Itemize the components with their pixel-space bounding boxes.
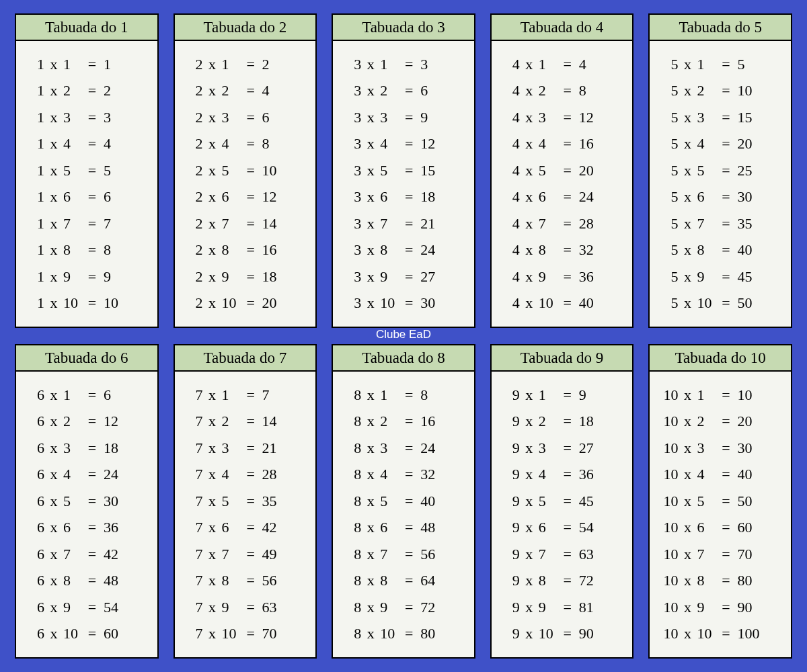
equals-symbol: =: [83, 573, 101, 588]
factor-b: 5: [63, 494, 83, 509]
equals-symbol: =: [717, 57, 734, 72]
factor-a: 10: [659, 388, 678, 403]
factor-a: 5: [659, 136, 678, 151]
equals-symbol: =: [717, 83, 734, 98]
table-body: 2x1=22x2=42x3=62x4=82x5=102x6=122x7=142x…: [175, 41, 316, 327]
table-row: 8x7=56: [333, 547, 474, 562]
times-symbol: x: [203, 136, 222, 151]
result: 28: [576, 216, 623, 231]
factor-b: 9: [222, 269, 242, 284]
times-symbol: x: [44, 520, 63, 535]
result: 10: [101, 296, 148, 310]
factor-b: 5: [222, 494, 242, 509]
result: 15: [418, 163, 465, 178]
factor-a: 8: [342, 494, 361, 509]
factor-a: 7: [184, 388, 203, 403]
equals-symbol: =: [400, 547, 418, 562]
result: 54: [101, 600, 148, 615]
times-symbol: x: [203, 494, 222, 509]
table-row: 6x7=42: [16, 547, 157, 562]
factor-b: 10: [380, 296, 400, 310]
equals-symbol: =: [717, 520, 734, 535]
factor-a: 10: [659, 547, 678, 562]
factor-b: 7: [63, 547, 83, 562]
times-symbol: x: [203, 600, 222, 615]
times-symbol: x: [520, 600, 539, 615]
factor-a: 3: [342, 163, 361, 178]
result: 48: [101, 573, 148, 588]
times-symbol: x: [678, 190, 697, 204]
factor-b: 9: [63, 600, 83, 615]
factor-b: 4: [222, 136, 242, 151]
equals-symbol: =: [83, 494, 101, 509]
equals-symbol: =: [400, 573, 418, 588]
times-symbol: x: [361, 57, 380, 72]
table-row: 7x9=63: [175, 600, 316, 615]
factor-a: 10: [659, 626, 678, 641]
factor-b: 7: [697, 547, 717, 562]
factor-a: 3: [342, 243, 361, 257]
equals-symbol: =: [717, 494, 734, 509]
factor-a: 3: [342, 296, 361, 310]
table-row: 5x1=5: [650, 57, 791, 72]
result: 3: [418, 57, 465, 72]
equals-symbol: =: [559, 388, 576, 403]
table-title: Tabuada do 2: [175, 15, 316, 41]
result: 4: [101, 136, 148, 151]
factor-a: 4: [501, 136, 520, 151]
factor-a: 10: [659, 441, 678, 456]
equals-symbol: =: [559, 626, 576, 641]
factor-a: 4: [501, 57, 520, 72]
equals-symbol: =: [400, 269, 418, 284]
table-row: 4x6=24: [492, 190, 633, 204]
times-symbol: x: [678, 163, 697, 178]
times-symbol: x: [361, 467, 380, 482]
table-card-1: Tabuada do 11x1=11x2=21x3=31x4=41x5=51x6…: [15, 13, 159, 328]
table-row: 4x7=28: [492, 216, 633, 231]
factor-b: 7: [697, 216, 717, 231]
table-row: 1x2=2: [16, 83, 157, 98]
result: 16: [260, 243, 307, 257]
result: 14: [260, 216, 307, 231]
factor-a: 1: [26, 163, 44, 178]
times-symbol: x: [44, 494, 63, 509]
result: 63: [260, 600, 307, 615]
factor-b: 8: [222, 573, 242, 588]
factor-b: 8: [63, 243, 83, 257]
equals-symbol: =: [83, 600, 101, 615]
result: 7: [260, 388, 307, 403]
table-row: 7x6=42: [175, 520, 316, 535]
times-symbol: x: [520, 573, 539, 588]
factor-b: 9: [222, 600, 242, 615]
times-symbol: x: [44, 441, 63, 456]
table-row: 3x7=21: [333, 216, 474, 231]
factor-a: 3: [342, 136, 361, 151]
factor-b: 9: [380, 269, 400, 284]
table-row: 9x8=72: [492, 573, 633, 588]
times-symbol: x: [44, 626, 63, 641]
equals-symbol: =: [559, 269, 576, 284]
factor-a: 3: [342, 190, 361, 204]
equals-symbol: =: [717, 414, 734, 429]
equals-symbol: =: [83, 414, 101, 429]
table-row: 6x9=54: [16, 600, 157, 615]
equals-symbol: =: [242, 190, 260, 204]
times-symbol: x: [361, 626, 380, 641]
table-card-4: Tabuada do 44x1=44x2=84x3=124x4=164x5=20…: [490, 13, 634, 328]
table-body: 3x1=33x2=63x3=93x4=123x5=153x6=183x7=213…: [333, 41, 474, 327]
factor-a: 9: [501, 467, 520, 482]
times-symbol: x: [203, 216, 222, 231]
result: 24: [418, 441, 465, 456]
table-row: 9x6=54: [492, 520, 633, 535]
table-row: 7x2=14: [175, 414, 316, 429]
times-symbol: x: [520, 163, 539, 178]
factor-a: 2: [184, 136, 203, 151]
table-row: 5x9=45: [650, 269, 791, 284]
factor-b: 8: [380, 243, 400, 257]
factor-a: 9: [501, 520, 520, 535]
equals-symbol: =: [400, 110, 418, 125]
factor-a: 6: [26, 494, 44, 509]
times-symbol: x: [203, 269, 222, 284]
factor-b: 5: [697, 494, 717, 509]
equals-symbol: =: [559, 600, 576, 615]
